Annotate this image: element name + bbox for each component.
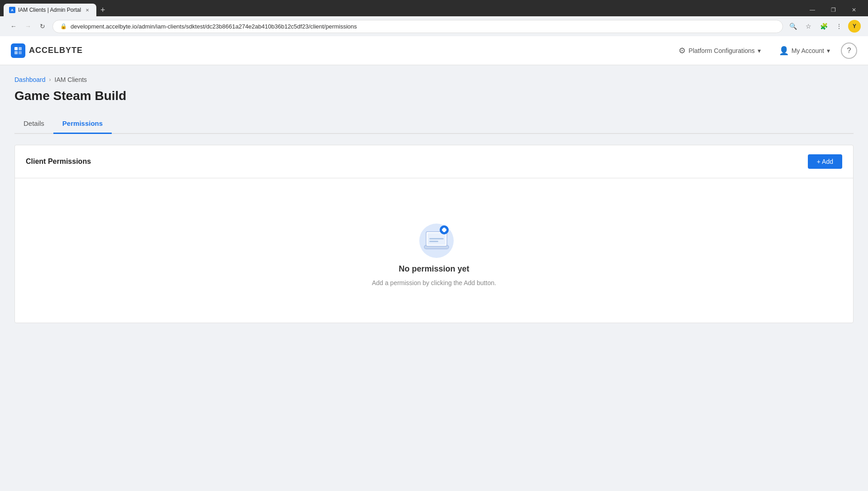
tab-details[interactable]: Details xyxy=(14,114,53,134)
header-right: ⚙ Platform Configurations ▾ 👤 My Account… xyxy=(671,42,857,59)
breadcrumb-dashboard[interactable]: Dashboard xyxy=(14,76,46,83)
tab-permissions[interactable]: Permissions xyxy=(53,114,112,134)
reload-button[interactable]: ↻ xyxy=(36,20,49,33)
svg-rect-0 xyxy=(14,47,18,50)
nav-buttons: ← → ↻ xyxy=(7,20,49,33)
help-button[interactable]: ? xyxy=(841,43,857,59)
empty-subtitle: Add a permission by clicking the Add but… xyxy=(372,279,496,286)
gear-icon: ⚙ xyxy=(678,46,686,56)
svg-rect-2 xyxy=(14,51,18,54)
empty-title: No permission yet xyxy=(398,264,469,274)
logo-text: ACCELBYTE xyxy=(29,46,83,55)
page-title: Game Steam Build xyxy=(14,89,854,103)
logo-area[interactable]: ACCELBYTE xyxy=(11,43,83,58)
platform-config-chevron: ▾ xyxy=(758,47,761,54)
svg-rect-8 xyxy=(429,238,444,239)
svg-rect-12 xyxy=(442,229,446,231)
tab-title: IAM Clients | Admin Portal xyxy=(18,7,81,13)
main-content: Dashboard › IAM Clients Game Steam Build… xyxy=(0,65,868,484)
bookmark-icon[interactable]: ☆ xyxy=(802,20,815,33)
tab-close-button[interactable]: ✕ xyxy=(84,6,91,14)
maximize-button[interactable]: ❐ xyxy=(823,4,844,16)
platform-config-label: Platform Configurations xyxy=(688,47,754,54)
empty-state: No permission yet Add a permission by cl… xyxy=(15,178,853,323)
minimize-button[interactable]: — xyxy=(802,4,823,16)
secure-icon: 🔒 xyxy=(60,23,67,29)
person-icon: 👤 xyxy=(779,46,789,56)
my-account-button[interactable]: 👤 My Account ▾ xyxy=(772,42,837,59)
platform-configurations-button[interactable]: ⚙ Platform Configurations ▾ xyxy=(671,42,768,59)
svg-rect-9 xyxy=(429,241,438,242)
active-tab[interactable]: A IAM Clients | Admin Portal ✕ xyxy=(4,4,96,16)
profile-avatar[interactable]: Y xyxy=(848,20,861,33)
browser-chrome: A IAM Clients | Admin Portal ✕ + — ❐ ✕ ←… xyxy=(0,0,868,36)
svg-rect-1 xyxy=(19,47,22,50)
zoom-icon[interactable]: 🔍 xyxy=(787,20,799,33)
add-permission-button[interactable]: + Add xyxy=(808,154,842,169)
forward-button[interactable]: → xyxy=(22,20,34,33)
extensions-icon[interactable]: 🧩 xyxy=(817,20,830,33)
card-header: Client Permissions + Add xyxy=(15,145,853,178)
tab-favicon: A xyxy=(9,7,15,13)
svg-rect-3 xyxy=(19,51,22,54)
window-controls: — ❐ ✕ xyxy=(802,4,864,16)
breadcrumb-separator: › xyxy=(49,76,51,83)
logo-icon xyxy=(11,43,25,58)
breadcrumb-iam-clients: IAM Clients xyxy=(55,76,87,83)
card-title: Client Permissions xyxy=(26,157,91,166)
permissions-card: Client Permissions + Add xyxy=(14,145,854,323)
close-button[interactable]: ✕ xyxy=(844,4,864,16)
empty-illustration xyxy=(412,215,457,255)
tabs: Details Permissions xyxy=(14,114,854,134)
breadcrumb: Dashboard › IAM Clients xyxy=(14,76,854,83)
my-account-label: My Account xyxy=(792,47,824,54)
tab-bar: A IAM Clients | Admin Portal ✕ + — ❐ ✕ xyxy=(0,0,868,16)
address-bar: ← → ↻ 🔒 development.accelbyte.io/admin/i… xyxy=(0,16,868,36)
my-account-chevron: ▾ xyxy=(827,47,830,54)
browser-menu-icon[interactable]: ⋮ xyxy=(833,20,845,33)
toolbar-icons: 🔍 ☆ 🧩 ⋮ Y xyxy=(787,20,861,33)
url-bar[interactable]: 🔒 development.accelbyte.io/admin/iam-cli… xyxy=(52,20,783,33)
app-header: ACCELBYTE ⚙ Platform Configurations ▾ 👤 … xyxy=(0,36,868,65)
back-button[interactable]: ← xyxy=(7,20,20,33)
new-tab-button[interactable]: + xyxy=(96,4,109,16)
url-text: development.accelbyte.io/admin/iam-clien… xyxy=(71,23,775,30)
